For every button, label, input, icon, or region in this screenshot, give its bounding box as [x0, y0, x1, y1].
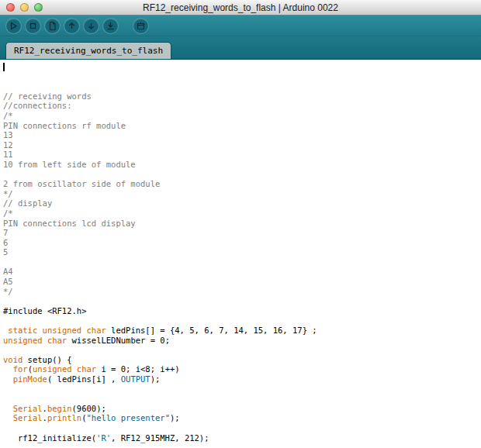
- code-line: [3, 384, 481, 395]
- save-sketch-button[interactable]: [83, 18, 99, 34]
- code-line: /*: [3, 111, 481, 121]
- code-line: for(unsigned char i = 0; i<8; i++): [3, 364, 481, 374]
- zoom-window-button[interactable]: [34, 3, 43, 12]
- code-line: 7: [3, 228, 481, 238]
- code-line: 13: [3, 130, 481, 140]
- code-line: 12: [3, 140, 481, 150]
- code-line: [3, 443, 481, 448]
- close-window-button[interactable]: [6, 3, 15, 12]
- code-line: 5: [3, 247, 481, 257]
- code-line: [3, 394, 481, 404]
- serial-monitor-button[interactable]: [133, 18, 149, 34]
- verify-button[interactable]: [5, 18, 22, 34]
- code-area: // receiving words//connections:/*PIN co…: [3, 91, 481, 448]
- code-line: A5: [3, 277, 481, 287]
- new-sketch-button[interactable]: [44, 18, 61, 34]
- upload-arrow-icon: [106, 21, 116, 31]
- code-line: PIN connections lcd display: [3, 219, 481, 229]
- code-line: A4: [3, 267, 481, 277]
- window-title: RF12_receiving_words_to_flash | Arduino …: [0, 2, 481, 13]
- code-line: #include <RF12.h>: [3, 306, 481, 316]
- minimize-window-button[interactable]: [20, 3, 29, 12]
- traffic-lights: [6, 3, 43, 12]
- code-line: 11: [3, 150, 481, 160]
- code-line: [3, 170, 481, 180]
- tab-bar: RF12_receiving_words_to_flash: [0, 36, 481, 60]
- code-line: void setup() {: [3, 355, 481, 365]
- upload-button[interactable]: [102, 18, 119, 34]
- arrow-down-icon: [86, 21, 96, 31]
- toolbar: [0, 16, 481, 36]
- tab-rf12-receiving-words-to-flash[interactable]: RF12_receiving_words_to_flash: [5, 42, 171, 59]
- code-line: rf12_initialize('R', RF12_915MHZ, 212);: [3, 433, 481, 443]
- code-line: // receiving words: [3, 91, 481, 102]
- code-line: static unsigned char ledPins[] = {4, 5, …: [3, 326, 481, 336]
- arrow-up-icon: [67, 21, 77, 31]
- code-line: */: [3, 189, 481, 199]
- code-line: [3, 315, 481, 326]
- stop-icon: [28, 21, 38, 31]
- code-line: */: [3, 287, 481, 297]
- new-document-icon: [47, 21, 57, 31]
- code-line: 10 from left side of module: [3, 160, 481, 170]
- code-line: pinMode( ledPins[i] , OUTPUT);: [3, 374, 481, 384]
- arduino-ide-window: RF12_receiving_words_to_flash | Arduino …: [0, 0, 481, 448]
- code-line: [3, 257, 481, 267]
- window-titlebar[interactable]: RF12_receiving_words_to_flash | Arduino …: [0, 0, 481, 16]
- code-line: [3, 296, 481, 306]
- code-line: // display: [3, 198, 481, 208]
- code-editor[interactable]: // receiving words//connections:/*PIN co…: [0, 60, 481, 448]
- code-line: //connections:: [3, 101, 481, 111]
- stop-button[interactable]: [25, 18, 41, 34]
- code-line: Serial.println("hello presenter");: [3, 413, 481, 423]
- code-line: /*: [3, 208, 481, 219]
- code-line: [3, 345, 481, 355]
- code-line: PIN connections rf module: [3, 121, 481, 131]
- text-caret: [3, 63, 5, 71]
- code-line: unsigned char wisselLEDNumber = 0;: [3, 336, 481, 346]
- play-icon: [9, 21, 19, 31]
- code-line: 2 from oscillator side of module: [3, 179, 481, 189]
- code-line: [3, 423, 481, 433]
- serial-monitor-icon: [136, 21, 146, 31]
- code-line: 6: [3, 238, 481, 248]
- open-sketch-button[interactable]: [64, 18, 80, 34]
- code-line: Serial.begin(9600);: [3, 404, 481, 414]
